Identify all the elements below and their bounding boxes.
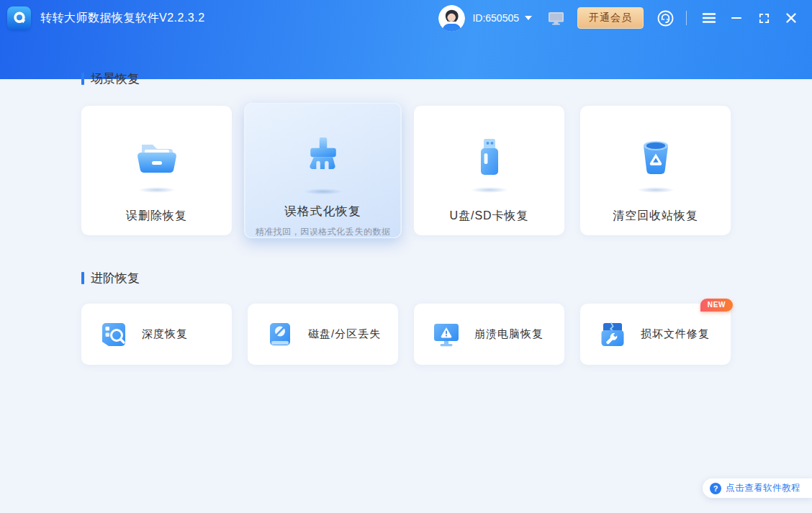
section-accent-bar bbox=[81, 73, 84, 85]
disk-partition-icon bbox=[265, 319, 295, 350]
maximize-icon[interactable] bbox=[753, 7, 775, 29]
app-logo-icon bbox=[7, 6, 31, 30]
close-icon[interactable] bbox=[780, 7, 802, 29]
tutorial-link-label: 点击查看软件教程 bbox=[726, 482, 800, 494]
icon-shadow bbox=[637, 187, 675, 193]
caret-down-icon[interactable] bbox=[525, 16, 532, 20]
icon-shadow bbox=[471, 187, 508, 193]
recycle-bin-icon bbox=[633, 135, 679, 181]
card-label: 损坏文件修复 bbox=[641, 327, 710, 341]
new-badge: NEW bbox=[700, 299, 733, 312]
app-window: 转转大师数据恢复软件V2.2.3.2 ID:650505 bbox=[0, 0, 812, 513]
card-label: 深度恢复 bbox=[142, 327, 188, 341]
icon-shadow bbox=[303, 189, 342, 194]
avatar[interactable] bbox=[438, 5, 465, 32]
card-deep-recovery[interactable]: 深度恢复 bbox=[81, 304, 232, 365]
titlebar: 转转大师数据恢复软件V2.2.3.2 ID:650505 bbox=[0, 0, 812, 36]
card-label: 误删除恢复 bbox=[126, 209, 187, 224]
card-deleted-file-recovery[interactable]: 误删除恢复 bbox=[81, 106, 232, 235]
card-damaged-file-repair[interactable]: NEW 损坏文件修复 bbox=[580, 304, 731, 365]
format-brush-icon bbox=[299, 134, 347, 182]
card-subtitle: 精准找回，因误格式化丢失的数据 bbox=[255, 226, 390, 237]
section-title-scene: 场景恢复 bbox=[81, 71, 731, 87]
q-arrow-glyph bbox=[12, 10, 27, 26]
section-title-text: 场景恢复 bbox=[91, 71, 140, 87]
icon-shadow bbox=[138, 187, 176, 193]
tutorial-link[interactable]: ? 点击查看软件教程 bbox=[703, 478, 812, 498]
usb-drive-icon bbox=[466, 135, 513, 181]
user-id-label[interactable]: ID:650505 bbox=[472, 12, 519, 24]
titlebar-right: ID:650505 开通会员 bbox=[438, 5, 802, 32]
crashed-pc-icon bbox=[431, 319, 461, 350]
card-disk-partition-loss[interactable]: 磁盘/分区丢失 bbox=[248, 304, 398, 365]
card-label: 崩溃电脑恢复 bbox=[474, 327, 543, 341]
card-usb-sd-recovery[interactable]: U盘/SD卡恢复 bbox=[414, 106, 564, 235]
card-crashed-pc-recovery[interactable]: 崩溃电脑恢复 bbox=[414, 304, 564, 365]
avatar-image bbox=[438, 5, 465, 32]
card-label: 磁盘/分区丢失 bbox=[308, 327, 381, 341]
menu-icon[interactable] bbox=[698, 7, 720, 29]
card-recycle-bin-recovery[interactable]: 清空回收站恢复 bbox=[580, 106, 731, 235]
card-format-recovery[interactable]: 误格式化恢复 精准找回，因误格式化丢失的数据 bbox=[244, 103, 401, 238]
deep-scan-icon bbox=[99, 319, 129, 350]
help-icon: ? bbox=[710, 483, 721, 494]
section-title-text: 进阶恢复 bbox=[91, 270, 140, 286]
section-advanced-recovery: 进阶恢复 深度恢复 bbox=[81, 270, 731, 365]
vip-upgrade-button[interactable]: 开通会员 bbox=[577, 7, 644, 29]
section-title-advanced: 进阶恢复 bbox=[81, 270, 731, 286]
card-label: 清空回收站恢复 bbox=[613, 209, 698, 224]
monitor-icon[interactable] bbox=[548, 12, 564, 25]
titlebar-divider bbox=[686, 11, 687, 25]
file-repair-icon bbox=[597, 319, 628, 350]
section-accent-bar bbox=[81, 272, 84, 284]
minimize-icon[interactable] bbox=[726, 7, 747, 29]
folder-icon bbox=[134, 135, 180, 181]
card-label: U盘/SD卡恢复 bbox=[449, 209, 528, 224]
scene-card-grid: 误删除恢复 误格式化恢复 精准找回，因误格式化丢 bbox=[81, 106, 731, 235]
card-label: 误格式化恢复 bbox=[284, 204, 361, 219]
app-title: 转转大师数据恢复软件V2.2.3.2 bbox=[40, 11, 205, 26]
advanced-card-grid: 深度恢复 磁盘/分区丢失 bbox=[81, 304, 731, 365]
headset-support-icon[interactable] bbox=[657, 9, 675, 27]
main-content: 场景恢复 误删除恢复 bbox=[81, 0, 731, 365]
